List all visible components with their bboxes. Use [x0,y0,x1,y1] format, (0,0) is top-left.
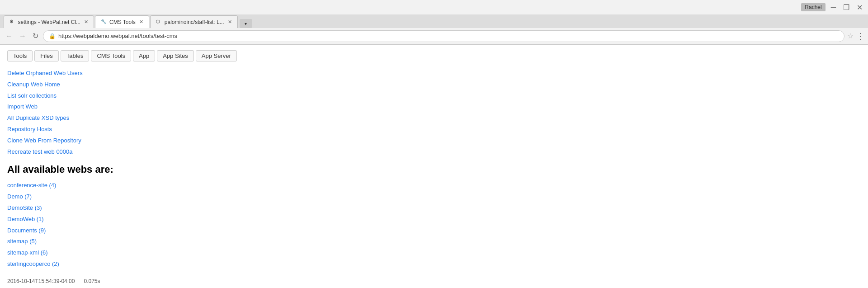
section-heading: All available webs are: [7,164,861,175]
toolbar-button-app[interactable]: App [133,50,155,61]
web-link-demosite[interactable]: DemoSite (3) [7,203,861,213]
user-badge: Rachel [801,3,825,11]
close-button[interactable]: ✕ [855,3,864,12]
page-content: Tools Files Tables CMS Tools App App Sit… [0,45,868,288]
browser-tab-github[interactable]: ⬡ palominoinc/staff-list: L... ✕ [150,15,238,28]
browser-tab-settings[interactable]: ⚙ settings - WebPal.net Cl... ✕ [4,15,94,28]
toolbar-button-tables[interactable]: Tables [61,50,90,61]
footer-timestamp: 2016-10-14T15:54:39-04:00 [7,278,75,284]
web-link-demo[interactable]: Demo (7) [7,192,861,202]
link-delete-orphaned[interactable]: Delete Orphaned Web Users [7,69,861,78]
browser-chrome: Rachel ─ ❐ ✕ ⚙ settings - WebPal.net Cl.… [0,0,868,45]
toolbar-button-tools[interactable]: Tools [7,50,33,61]
restore-button[interactable]: ❐ [841,3,851,12]
web-link-sterlingcooperco[interactable]: sterlingcooperco (2) [7,260,861,269]
tabs-bar: ⚙ settings - WebPal.net Cl... ✕ 🔧 CMS To… [0,14,868,28]
quick-links: Delete Orphaned Web Users Cleanup Web Ho… [7,69,861,156]
url-text: https://webpaldemo.webpal.net/tools/test… [58,33,177,39]
address-bar: ← → ↻ 🔒 https://webpaldemo.webpal.net/to… [0,28,868,44]
toolbar-button-cms-tools[interactable]: CMS Tools [91,50,131,61]
web-link-conference-site[interactable]: conference-site (4) [7,181,861,190]
toolbar-button-app-server[interactable]: App Server [196,50,237,61]
tab-overflow-button[interactable]: ▾ [240,19,252,28]
tab-label-settings: settings - WebPal.net Cl... [18,19,80,25]
browser-menu-icons: ⋮ [856,31,864,41]
reload-button[interactable]: ↻ [31,31,40,41]
minimize-button[interactable]: ─ [829,3,838,11]
link-repository-hosts[interactable]: Repository Hosts [7,125,861,134]
link-cleanup-web-home[interactable]: Cleanup Web Home [7,80,861,90]
web-link-sitemap[interactable]: sitemap (5) [7,237,861,246]
tab-close-settings[interactable]: ✕ [84,19,88,25]
lock-icon: 🔒 [49,33,56,39]
tab-favicon-github: ⬡ [156,19,162,25]
tab-close-cms-tools[interactable]: ✕ [139,19,143,25]
title-bar: Rachel ─ ❐ ✕ [0,0,868,14]
window-controls: Rachel ─ ❐ ✕ [801,3,864,12]
web-link-documents[interactable]: Documents (9) [7,226,861,236]
tab-label-github: palominoinc/staff-list: L... [165,19,224,25]
tab-favicon-settings: ⚙ [9,19,15,25]
link-import-web[interactable]: Import Web [7,102,861,112]
tab-label-cms-tools: CMS Tools [109,19,136,25]
tab-favicon-cms-tools: 🔧 [101,19,107,25]
url-bar[interactable]: 🔒 https://webpaldemo.webpal.net/tools/te… [43,30,844,42]
forward-button[interactable]: → [17,31,28,41]
web-link-demoweb[interactable]: DemoWeb (1) [7,215,861,224]
toolbar-button-app-sites[interactable]: App Sites [157,50,194,61]
link-list-solr[interactable]: List solr collections [7,91,861,101]
more-options-icon[interactable]: ⋮ [856,31,864,41]
browser-tab-cms-tools[interactable]: 🔧 CMS Tools ✕ [95,15,149,28]
webs-list: conference-site (4) Demo (7) DemoSite (3… [7,181,861,269]
tab-close-github[interactable]: ✕ [228,19,232,25]
footer-duration: 0.075s [84,278,100,284]
link-recreate-test-web[interactable]: Recreate test web 0000a [7,147,861,157]
link-all-duplicate-xsd[interactable]: All Duplicate XSD types [7,113,861,123]
back-button[interactable]: ← [4,31,14,41]
bookmark-icon[interactable]: ☆ [847,32,854,40]
web-link-sitemap-xml[interactable]: sitemap-xml (6) [7,248,861,258]
page-footer: 2016-10-14T15:54:39-04:00 0.075s [7,278,861,284]
nav-toolbar: Tools Files Tables CMS Tools App App Sit… [7,50,861,61]
link-clone-web[interactable]: Clone Web From Repository [7,136,861,146]
toolbar-button-files[interactable]: Files [34,50,58,61]
